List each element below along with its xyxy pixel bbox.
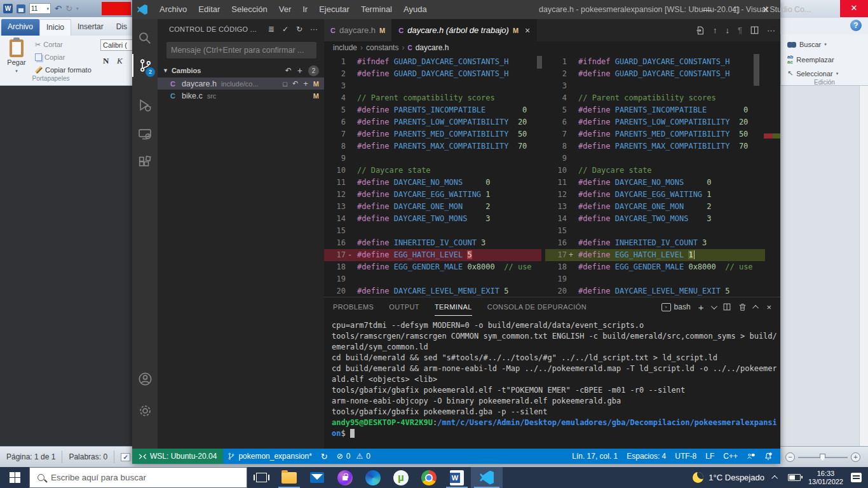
taskbar-mail[interactable] xyxy=(303,467,331,488)
whitespace-icon[interactable]: ¶ xyxy=(738,25,742,35)
zoom-out-button[interactable]: − xyxy=(785,452,795,462)
italic-button[interactable]: K xyxy=(117,56,123,66)
remote-indicator[interactable]: WSL: Ubuntu-20.04 xyxy=(132,449,223,464)
open-changes-icon[interactable] xyxy=(696,26,705,35)
stage-icon[interactable]: + xyxy=(303,79,308,88)
close-panel-icon[interactable]: × xyxy=(766,302,771,312)
run-debug-icon[interactable] xyxy=(132,94,158,117)
word-word-count[interactable]: Palabras: 0 xyxy=(62,451,114,463)
tab-terminal[interactable]: TERMINAL xyxy=(435,298,472,316)
code-line[interactable]: 11#define DAYCARE_NO_MONS 0 xyxy=(545,177,765,189)
hidden-icons-chevron[interactable] xyxy=(771,475,778,482)
zoom-slider[interactable] xyxy=(798,457,848,458)
commit-message-input[interactable]: Mensaje (Ctrl+Enter para confirmar ... xyxy=(166,42,316,58)
taskbar-search[interactable]: Escribe aquí para buscar xyxy=(29,467,247,488)
commit-check-icon[interactable]: ✓ xyxy=(282,25,288,34)
extensions-icon[interactable] xyxy=(132,151,158,174)
format-painter-button[interactable]: Copiar formato xyxy=(35,65,92,75)
view-as-tree-icon[interactable]: ≣ xyxy=(268,25,275,34)
kill-terminal-icon[interactable] xyxy=(738,303,747,311)
code-line[interactable]: 20#define DAYCARE_LEVEL_MENU_EXIT 5 xyxy=(545,285,765,297)
split-terminal-icon[interactable] xyxy=(723,303,731,311)
split-editor-icon[interactable] xyxy=(750,26,759,34)
word-close-button[interactable]: ✕ xyxy=(840,0,868,17)
scm-file-daycare[interactable]: C daycare.h include/co... □ ↶ + M xyxy=(158,78,324,90)
zoom-in-button[interactable]: + xyxy=(851,452,860,462)
tab-archivo[interactable]: Archivo xyxy=(1,19,39,36)
terminal-picker[interactable]: › bash xyxy=(661,302,691,311)
copy-button[interactable]: Copiar xyxy=(35,52,65,62)
scm-file-bike[interactable]: C bike.c src M xyxy=(158,90,324,102)
terminal-dropdown-icon[interactable] xyxy=(711,303,717,309)
code-line[interactable]: 2#define GUARD_DAYCARE_CONSTANTS_H xyxy=(545,68,765,80)
code-line[interactable]: 10// Daycare state xyxy=(545,165,765,177)
paste-button[interactable]: Pegar▾ xyxy=(3,38,31,80)
discard-all-icon[interactable]: ↶ xyxy=(285,66,292,75)
redo-icon[interactable]: ↻ xyxy=(65,4,72,13)
source-control-icon[interactable]: 2 xyxy=(132,54,158,77)
code-line[interactable]: 6#define PARENTS_LOW_COMPATIBILITY 20 xyxy=(545,116,765,128)
code-line[interactable]: 4// Parent compatibility scores xyxy=(545,92,765,104)
help-button[interactable]: ? xyxy=(850,20,862,31)
code-line[interactable]: 14#define DAYCARE_TWO_MONS 3 xyxy=(324,213,541,225)
code-line[interactable]: 7#define PARENTS_MED_COMPATIBILITY 50 xyxy=(324,128,541,140)
code-line[interactable]: 1#ifndef GUARD_DAYCARE_CONSTANTS_H xyxy=(324,56,541,68)
diff-editor[interactable]: 1#ifndef GUARD_DAYCARE_CONSTANTS_H2#defi… xyxy=(324,54,780,297)
qat-customize-icon[interactable]: ▾ xyxy=(76,6,79,11)
save-icon[interactable] xyxy=(17,4,25,13)
code-line[interactable]: 5#define PARENTS_INCOMPATIBLE 0 xyxy=(324,104,541,116)
font-name-box[interactable]: Calibri ( xyxy=(100,39,132,51)
more-actions-icon[interactable]: ··· xyxy=(310,25,318,34)
code-line[interactable]: 15 xyxy=(324,225,541,237)
taskbar-vscode[interactable] xyxy=(471,467,503,488)
close-tab-icon[interactable]: × xyxy=(525,25,530,36)
search-icon[interactable] xyxy=(132,27,158,50)
code-line[interactable]: 9 xyxy=(545,152,765,165)
code-line[interactable]: 19 xyxy=(324,273,541,285)
taskbar-edge[interactable] xyxy=(359,467,387,488)
weather-status[interactable]: 1°C Despejado xyxy=(709,473,764,482)
next-change-icon[interactable]: ↓ xyxy=(726,25,730,35)
account-icon[interactable] xyxy=(132,367,158,390)
code-line[interactable]: 15 xyxy=(545,225,765,237)
bold-button[interactable]: N xyxy=(103,56,109,66)
right-scrollbar-thumb[interactable] xyxy=(754,54,759,86)
refresh-icon[interactable]: ↻ xyxy=(296,25,302,34)
indentation[interactable]: Espacios: 4 xyxy=(622,449,670,464)
start-button[interactable] xyxy=(0,467,29,488)
more-actions-icon[interactable]: ··· xyxy=(767,25,775,35)
code-line[interactable]: 20#define DAYCARE_LEVEL_MENU_EXIT 5 xyxy=(324,285,541,297)
code-line[interactable]: 19 xyxy=(545,273,765,285)
taskbar-file-explorer[interactable] xyxy=(275,467,303,488)
code-line[interactable]: 12#define DAYCARE_EGG_WAITING 1 xyxy=(324,189,541,201)
code-line[interactable]: 1#ifndef GUARD_DAYCARE_CONSTANTS_H xyxy=(545,56,765,68)
close-button[interactable]: ✕ xyxy=(751,0,780,19)
code-line[interactable]: 17-#define EGG_HATCH_LEVEL 5 xyxy=(324,249,541,261)
menu-terminal[interactable]: Terminal xyxy=(355,0,398,19)
menu-ayuda[interactable]: Ayuda xyxy=(398,0,433,19)
code-line[interactable]: 16#define INHERITED_IV_COUNT 3 xyxy=(545,237,765,249)
terminal-output[interactable]: cpu=arm7tdmi --defsym MODERN=0 -o build/… xyxy=(332,320,776,447)
remote-explorer-icon[interactable] xyxy=(132,123,158,146)
battery-icon[interactable] xyxy=(788,474,801,481)
code-line[interactable]: 12#define DAYCARE_EGG_WAITING 1 xyxy=(545,189,765,201)
code-line[interactable]: 3 xyxy=(324,80,541,92)
code-line[interactable]: 14#define DAYCARE_TWO_MONS 3 xyxy=(545,213,765,225)
find-button[interactable]: Buscar▾ xyxy=(787,41,827,48)
menu-seleccion[interactable]: Selección xyxy=(226,0,273,19)
code-line[interactable]: 17+#define EGG_HATCH_LEVEL 1 xyxy=(545,249,765,261)
taskbar-word[interactable] xyxy=(443,467,471,488)
menu-archivo[interactable]: Archivo xyxy=(154,0,193,19)
changes-section-header[interactable]: ▼ Cambios ↶ + 2 xyxy=(158,64,324,78)
menu-editar[interactable]: Editar xyxy=(193,0,226,19)
code-line[interactable]: 13#define DAYCARE_ONE_MON 2 xyxy=(545,201,765,213)
sync-button[interactable]: ↻ xyxy=(316,449,332,464)
menu-ver[interactable]: Ver xyxy=(273,0,297,19)
code-line[interactable]: 18#define EGG_GENDER_MALE 0x8000 // use xyxy=(324,261,541,273)
discard-icon[interactable]: ↶ xyxy=(292,79,298,88)
open-file-icon[interactable]: □ xyxy=(283,80,287,88)
code-line[interactable]: 7#define PARENTS_MED_COMPATIBILITY 50 xyxy=(545,128,765,140)
tab-daycare-h[interactable]: C daycare.h M xyxy=(324,19,392,41)
code-line[interactable]: 9 xyxy=(324,152,541,165)
tab-daycare-h-worktree[interactable]: C daycare.h (árbol de trabajo) M × xyxy=(392,19,537,41)
